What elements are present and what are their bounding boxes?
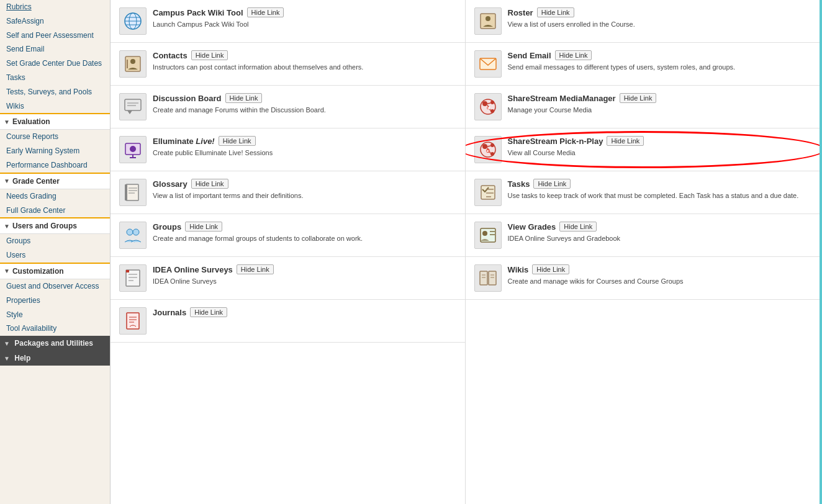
wikis-hide-btn[interactable]: Hide Link [532, 264, 569, 274]
sidebar-item-performance[interactable]: Performance Dashboard [0, 158, 110, 173]
contacts-title-row: Contacts Hide Link [153, 50, 456, 60]
sidebar-section-users-groups[interactable]: ▼ Users and Groups [0, 217, 110, 234]
sidebar-section-customization[interactable]: ▼ Customization [0, 263, 110, 279]
view-grades-desc: IDEA Online Surveys and Gradebook [508, 234, 811, 243]
sidebar-section-grade-center[interactable]: ▼ Grade Center [0, 173, 110, 189]
groups-name: Groups [153, 222, 181, 232]
tool-journals: Journals Hide Link [111, 300, 465, 343]
sidebar-users-items: Groups Users [0, 234, 110, 263]
sidebar-item-wikis-nav[interactable]: Wikis [0, 99, 110, 114]
elluminate-hide-btn[interactable]: Hide Link [219, 136, 256, 146]
sidebar-item-style[interactable]: Style [0, 308, 110, 322]
discussion-board-content: Discussion Board Hide Link Create and ma… [153, 93, 456, 115]
tools-left-column: Campus Pack Wiki Tool Hide Link Launch C… [111, 0, 466, 504]
contacts-name: Contacts [153, 51, 187, 60]
sharestream-picknplay-hide-btn[interactable]: Hide Link [607, 136, 644, 146]
sidebar-item-users[interactable]: Users [0, 248, 110, 263]
idea-surveys-hide-btn[interactable]: Hide Link [237, 264, 274, 274]
svg-point-22 [133, 229, 139, 235]
svg-point-13 [130, 146, 136, 152]
wikis-content: Wikis Hide Link Create and manage wikis … [508, 264, 811, 286]
sidebar-section-help[interactable]: ▼ Help [0, 351, 110, 366]
section-label: Packages and Utilities [14, 339, 93, 348]
tool-groups: Groups Hide Link Create and manage forma… [111, 214, 465, 257]
glossary-name: Glossary [153, 179, 187, 189]
sidebar-item-tests[interactable]: Tests, Surveys, and Pools [0, 85, 110, 99]
sharestream-media-hide-btn[interactable]: Hide Link [620, 93, 657, 103]
journals-content: Journals Hide Link [153, 307, 456, 320]
elluminate-title-row: Elluminate Live! Hide Link [153, 136, 456, 146]
sharestream-picknplay-title-row: ShareStream Pick-n-Play Hide Link [508, 136, 811, 146]
main-content: Campus Pack Wiki Tool Hide Link Launch C… [111, 0, 822, 504]
sidebar-item-self-peer[interactable]: Self and Peer Assessment [0, 29, 110, 43]
sidebar-item-needs-grading[interactable]: Needs Grading [0, 189, 110, 204]
svg-point-46 [490, 152, 494, 156]
chevron-icon: ▼ [4, 178, 10, 184]
sidebar-item-guest-observer[interactable]: Guest and Observer Access [0, 279, 110, 294]
sidebar-section-evaluation[interactable]: ▼ Evaluation [0, 113, 110, 130]
svg-point-33 [486, 16, 490, 21]
elluminate-name: Elluminate Live! [153, 137, 215, 146]
discussion-board-icon [119, 93, 147, 120]
sidebar-section-packages[interactable]: ▼ Packages and Utilities [0, 336, 110, 351]
roster-content: Roster Hide Link View a list of users en… [508, 7, 811, 29]
sidebar-item-safeassign[interactable]: SafeAssign [0, 14, 110, 29]
svg-rect-60 [489, 271, 496, 285]
svg-point-45 [490, 143, 494, 147]
tool-roster: Roster Hide Link View a list of users en… [466, 0, 820, 43]
campus-pack-wiki-icon [119, 7, 147, 35]
svg-point-36 [482, 101, 487, 106]
discussion-board-hide-btn[interactable]: Hide Link [225, 93, 263, 103]
sidebar-item-send-email[interactable]: Send Email [0, 42, 110, 56]
contacts-desc: Instructors can post contact information… [153, 63, 456, 72]
sharestream-picknplay-content: ShareStream Pick-n-Play Hide Link View a… [508, 136, 811, 158]
contacts-icon [119, 50, 147, 78]
idea-surveys-desc: IDEA Online Surveys [153, 277, 456, 286]
send-email-name: Send Email [508, 51, 551, 60]
tasks-desc: Use tasks to keep track of work that mus… [508, 191, 811, 200]
svg-line-47 [487, 146, 490, 146]
tasks-icon [474, 179, 502, 206]
sidebar-item-full-grade[interactable]: Full Grade Center [0, 204, 110, 218]
send-email-hide-btn[interactable]: Hide Link [555, 50, 592, 60]
campus-pack-wiki-title-row: Campus Pack Wiki Tool Hide Link [153, 7, 456, 17]
journals-name: Journals [153, 308, 186, 317]
sharestream-media-desc: Manage your Course Media [508, 106, 811, 115]
section-label: Evaluation [12, 117, 50, 126]
tool-view-grades: View Grades Hide Link IDEA Online Survey… [466, 214, 820, 257]
view-grades-icon [474, 222, 502, 249]
sidebar-grade-items: Needs Grading Full Grade Center [0, 189, 110, 218]
glossary-desc: View a list of important terms and their… [153, 191, 456, 200]
send-email-icon [474, 50, 502, 78]
svg-rect-20 [125, 184, 127, 200]
tasks-hide-btn[interactable]: Hide Link [533, 179, 571, 189]
sharestream-picknplay-icon [474, 136, 502, 163]
sidebar-item-tool-availability[interactable]: Tool Availability [0, 322, 110, 336]
sidebar-customization-items: Guest and Observer Access Properties Sty… [0, 279, 110, 336]
sidebar-item-properties[interactable]: Properties [0, 294, 110, 308]
journals-hide-btn[interactable]: Hide Link [190, 307, 227, 317]
tool-discussion-board: Discussion Board Hide Link Create and ma… [111, 86, 465, 128]
sidebar-item-tasks[interactable]: Tasks [0, 71, 110, 85]
sidebar-item-grade-due[interactable]: Set Grade Center Due Dates [0, 56, 110, 71]
sidebar-item-rubrics[interactable]: Rubrics [0, 0, 110, 14]
glossary-hide-btn[interactable]: Hide Link [191, 179, 228, 189]
groups-hide-btn[interactable]: Hide Link [185, 222, 222, 232]
sidebar-item-course-reports[interactable]: Course Reports [0, 130, 110, 144]
glossary-content: Glossary Hide Link View a list of import… [153, 179, 456, 200]
idea-surveys-content: IDEA Online Surveys Hide Link IDEA Onlin… [153, 264, 456, 286]
sidebar-item-early-warning[interactable]: Early Warning System [0, 144, 110, 158]
campus-pack-wiki-hide-btn[interactable]: Hide Link [247, 7, 284, 17]
roster-hide-btn[interactable]: Hide Link [537, 7, 574, 17]
elluminate-content: Elluminate Live! Hide Link Create public… [153, 136, 456, 158]
campus-pack-wiki-content: Campus Pack Wiki Tool Hide Link Launch C… [153, 7, 456, 29]
campus-pack-wiki-name: Campus Pack Wiki Tool [153, 8, 243, 17]
send-email-content: Send Email Hide Link Send email messages… [508, 50, 811, 72]
tool-tasks: Tasks Hide Link Use tasks to keep track … [466, 171, 820, 214]
chevron-icon: ▼ [4, 223, 10, 230]
send-email-title-row: Send Email Hide Link [508, 50, 811, 60]
view-grades-hide-btn[interactable]: Hide Link [559, 222, 597, 232]
sidebar-item-groups[interactable]: Groups [0, 234, 110, 248]
contacts-hide-btn[interactable]: Hide Link [191, 50, 228, 60]
idea-surveys-icon [119, 264, 147, 292]
